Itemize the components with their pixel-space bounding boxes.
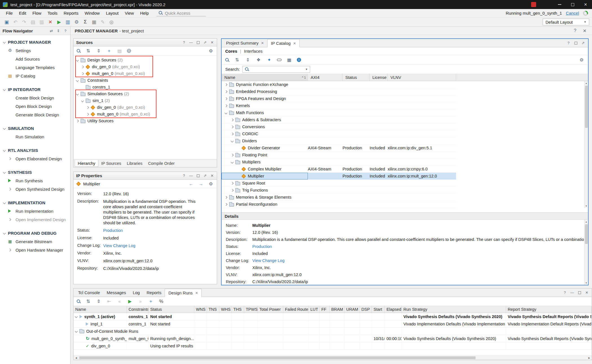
- field-link[interactable]: Production: [103, 228, 123, 233]
- undo-icon[interactable]: ↶: [12, 19, 19, 25]
- catalog-row-conversions[interactable]: Conversions: [222, 123, 456, 130]
- float-icon[interactable]: [196, 40, 200, 45]
- expand-toggle-icon[interactable]: [231, 154, 234, 156]
- column-header-failed-routes[interactable]: Failed Routes: [283, 306, 309, 313]
- expand-toggle-icon[interactable]: [225, 97, 227, 100]
- close-icon[interactable]: ✕: [210, 174, 214, 178]
- tab-tcl-console[interactable]: Tcl Console: [75, 288, 103, 297]
- menu-tools[interactable]: Tools: [45, 10, 61, 17]
- collapse-toggle-icon[interactable]: [3, 41, 6, 43]
- expand-toggle-icon[interactable]: [225, 104, 227, 107]
- collapse-all-icon[interactable]: ⇅: [85, 48, 91, 54]
- reset-runs-icon[interactable]: ⇤: [106, 298, 112, 305]
- help-icon[interactable]: ?: [63, 28, 68, 34]
- catalog-row-floating-point[interactable]: Floating Point: [222, 152, 456, 159]
- step-back-icon[interactable]: «: [116, 298, 123, 305]
- view-cores[interactable]: Cores: [225, 49, 237, 54]
- maximize-icon[interactable]: ⇗: [203, 40, 207, 45]
- cancel-link[interactable]: Cancel: [566, 11, 579, 15]
- collapse-toggle-icon[interactable]: [75, 315, 78, 318]
- menu-layout[interactable]: Layout: [103, 10, 122, 17]
- reports-icon[interactable]: ▥: [64, 19, 72, 25]
- collapse-toggle-icon[interactable]: [81, 99, 84, 102]
- expand-toggle-icon[interactable]: [76, 119, 79, 122]
- flownav-section-header-project-manager[interactable]: PROJECT MANAGER: [0, 38, 70, 46]
- column-header-status[interactable]: Status: [343, 74, 370, 81]
- delete-icon[interactable]: ✕: [47, 19, 54, 25]
- catalog-row-cordic[interactable]: CORDIC: [222, 130, 456, 137]
- catalog-search-input[interactable]: ▼: [242, 66, 310, 73]
- flownav-item-open-hardware-manager[interactable]: Open Hardware Manager: [0, 246, 70, 254]
- expand-toggle-icon[interactable]: [231, 182, 234, 185]
- flownav-section-header-ip-integrator[interactable]: IP INTEGRATOR: [0, 85, 70, 94]
- catalog-row-math-functions[interactable]: Math Functions: [222, 109, 456, 116]
- add-sources-icon[interactable]: +: [106, 48, 112, 54]
- collapse-icon[interactable]: ⇕: [56, 28, 61, 34]
- flownav-item-run-simulation[interactable]: Run Simulation: [0, 132, 70, 141]
- catalog-row-kernels[interactable]: Kernels: [222, 102, 456, 109]
- view-tab-libraries[interactable]: Libraries: [124, 160, 145, 167]
- next-icon[interactable]: →: [198, 181, 204, 187]
- catalog-row-complex-multiplier[interactable]: Complex MultiplierAXI4-StreamProductionI…: [222, 166, 456, 173]
- expand-toggle-icon[interactable]: [225, 196, 227, 199]
- column-header-total-power[interactable]: Total Power: [258, 306, 283, 313]
- copy-icon[interactable]: ▤: [29, 19, 37, 25]
- expand-toggle-icon[interactable]: [8, 248, 11, 251]
- collapse-toggle-icon[interactable]: [3, 88, 6, 91]
- tab-messages[interactable]: Messages: [103, 288, 129, 297]
- catalog-row-fpga-features-and-design[interactable]: FPGA Features and Design: [222, 95, 456, 102]
- alert-indicator-icon[interactable]: [531, 2, 536, 7]
- tab-log[interactable]: Log: [129, 288, 143, 297]
- layout-grid-icon[interactable]: ▦: [90, 19, 98, 25]
- column-header-elapsed[interactable]: Elapsed: [385, 306, 402, 313]
- catalog-row-divider-generator[interactable]: Divider GeneratorAXI4-StreamProductionIn…: [222, 145, 456, 152]
- catalog-row-adders-subtracters[interactable]: Adders & Subtracters: [222, 116, 456, 123]
- settings-gear-icon[interactable]: ⚙: [73, 19, 80, 25]
- close-icon[interactable]: ✕: [582, 28, 588, 34]
- field-link[interactable]: Production: [252, 244, 272, 249]
- column-header-report-strategy[interactable]: Report Strategy: [506, 306, 592, 313]
- expand-toggle-icon[interactable]: [231, 118, 234, 121]
- close-button[interactable]: ✕: [579, 0, 592, 9]
- collapse-toggle-icon[interactable]: [3, 127, 6, 130]
- help-icon[interactable]: ?: [572, 28, 578, 34]
- collapse-toggle-icon[interactable]: [3, 149, 6, 152]
- settings-gear-icon[interactable]: ⚙: [208, 48, 214, 54]
- column-header-whs[interactable]: WHS: [219, 306, 232, 313]
- column-header-ff[interactable]: FF: [320, 306, 330, 313]
- tab-ip-catalog[interactable]: IP Catalog✕: [267, 39, 300, 47]
- edit-icon[interactable]: ✎: [99, 19, 107, 25]
- minimize-icon[interactable]: —: [189, 40, 193, 45]
- run-row-div-gen-0[interactable]: ✓div_gen_0Using cached IP results: [74, 342, 592, 350]
- maximize-button[interactable]: [566, 0, 579, 9]
- catalog-row-partial-reconfiguration[interactable]: Partial Reconfiguration: [222, 201, 456, 208]
- probe-icon[interactable]: ◎: [108, 19, 115, 25]
- collapse-toggle-icon[interactable]: [231, 161, 234, 163]
- catalog-row-multiplier[interactable]: MultiplierProductionIncludedxilinx.com:i…: [222, 173, 456, 180]
- progress-indicator-icon[interactable]: [583, 11, 588, 16]
- float-icon[interactable]: [574, 41, 578, 45]
- save-project-icon[interactable]: ▣: [3, 19, 10, 25]
- flownav-item-open-elaborated-design[interactable]: Open Elaborated Design: [0, 154, 70, 163]
- catalog-row-trig-functions[interactable]: Trig Functions: [222, 187, 456, 194]
- run-row-synth-1-active[interactable]: synth_1 (active)constrs_1Not startedViva…: [74, 313, 592, 320]
- minimize-icon[interactable]: —: [189, 174, 193, 178]
- tree-item-div-gen-0[interactable]: div_gen_0(div_gen_0.xci): [74, 63, 217, 70]
- scroll-left-icon[interactable]: ◀: [74, 357, 79, 359]
- tree-item-sim-1[interactable]: sim_1(2): [74, 97, 217, 104]
- run-row-impl-1[interactable]: impl_1constrs_1Not startedVivado Impleme…: [74, 320, 592, 328]
- catalog-row-multipliers[interactable]: Multipliers: [222, 159, 456, 166]
- view-tab-hierarchy[interactable]: Hierarchy: [75, 160, 98, 167]
- column-header-uram[interactable]: URAM: [344, 306, 360, 313]
- menu-reports[interactable]: Reports: [61, 10, 82, 17]
- open-file-icon[interactable]: ▤: [116, 48, 123, 54]
- flownav-item-create-block-design[interactable]: Create Block Design: [0, 94, 70, 102]
- view-tab-ip-sources[interactable]: IP Sources: [98, 160, 124, 167]
- collapse-toggle-icon[interactable]: [3, 201, 6, 204]
- run-row-out-of-context-module-runs[interactable]: Out-of-Context Module Runs: [74, 328, 592, 335]
- collapse-all-icon[interactable]: ⇅: [234, 57, 240, 63]
- flownav-item-ip-catalog[interactable]: ▤IP Catalog: [0, 72, 70, 80]
- column-header-axi4[interactable]: AXI4: [308, 74, 343, 81]
- tree-item-mult-gen-0[interactable]: mult_gen_0(mult_gen_0.xci): [74, 111, 217, 117]
- catalog-row-dividers[interactable]: Dividers: [222, 137, 456, 145]
